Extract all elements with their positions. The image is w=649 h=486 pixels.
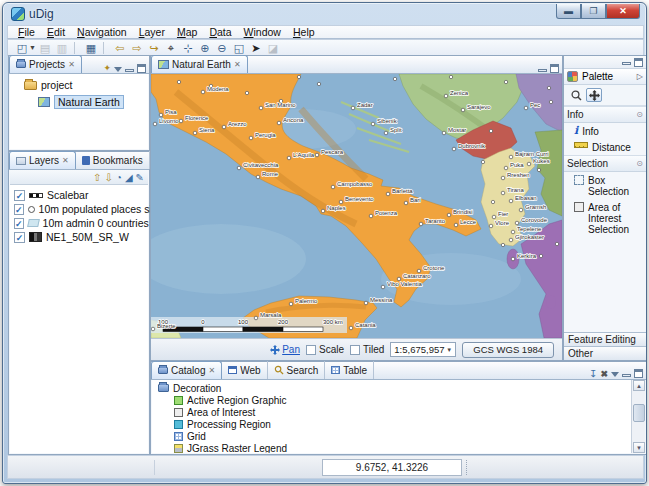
layer-row[interactable]: ✓10m populated places simple [10,202,148,216]
tab-catalog[interactable]: Catalog ✕ [151,361,222,379]
tab-layers[interactable]: Layers ✕ [9,151,76,169]
catalog-root-row[interactable]: Decoration [154,382,629,394]
tab-table[interactable]: Table [325,361,374,379]
zoom-in-button[interactable]: ⊕ [197,41,213,55]
menu-map[interactable]: Map [171,26,203,38]
tiled-checkbox-box[interactable] [350,345,360,355]
palette-section-selection[interactable]: Selection ⊙ [564,155,646,172]
map-canvas[interactable]: 1000100200300 km ModenaSan MarinoPisaLiv… [151,74,562,338]
zoom-tool-button[interactable] [568,88,584,102]
scroll-up-icon[interactable]: ▲ [633,380,645,391]
info-tool[interactable]: i Info [564,123,646,139]
save-button[interactable]: ▤ [37,41,53,55]
menu-edit[interactable]: Edit [41,26,71,38]
tab-natural-earth[interactable]: Natural Earth ✕ [151,55,248,73]
catalog-scrollbar[interactable]: ▲ ▼ [631,380,645,453]
distance-tool[interactable]: Distance [564,139,646,155]
forward-button[interactable]: ⇨ [129,41,145,55]
view-menu-icon[interactable] [114,67,122,72]
layer-visibility-checkbox[interactable]: ✓ [14,218,24,229]
scale-checkbox[interactable]: Scale [306,344,344,355]
maximize-editor-icon[interactable] [550,64,559,73]
palette-drawer-feature-editing[interactable]: Feature Editing [564,332,646,346]
menu-help[interactable]: Help [287,26,321,38]
zoom-tool-button[interactable]: ⌖ [163,41,179,55]
minimize-view-icon[interactable] [125,69,134,72]
minimize-editor-icon[interactable] [538,69,547,72]
zoom-selection-button[interactable]: ◱ [231,41,247,55]
menu-window[interactable]: Window [238,26,287,38]
maximize-button[interactable]: ❐ [581,4,606,19]
map-node[interactable]: Natural Earth [34,95,120,109]
palette-section-info[interactable]: Info ⊙ [564,106,646,123]
close-tab-icon[interactable]: ✕ [234,60,241,69]
remove-icon[interactable]: ✖ [600,369,608,379]
crs-button[interactable]: GCS WGS 1984 [462,342,554,358]
redo-navigation-button[interactable]: ↪ [146,41,162,55]
menu-data[interactable]: Data [203,26,237,38]
new-button[interactable]: ◰ [14,41,30,55]
maximize-view-icon[interactable] [137,64,146,73]
back-button[interactable]: ⇦ [112,41,128,55]
save-all-button[interactable]: ▥ [54,41,70,55]
menu-navigation[interactable]: Navigation [71,26,133,38]
minimize-view-icon[interactable] [622,62,631,65]
move-layer-up-button[interactable]: ⇧ [93,172,101,183]
palette-drawer-other[interactable]: Other [564,346,646,360]
edit-style-button[interactable]: ✎ [136,172,144,183]
maximize-view-icon[interactable] [634,58,643,67]
tab-bookmarks[interactable]: Bookmarks [76,151,150,169]
catalog-item-row[interactable]: Grid [154,430,629,442]
expand-right-icon[interactable]: ▷ [637,72,643,81]
layer-visibility-checkbox[interactable]: ✓ [14,190,25,201]
layer-visibility-checkbox[interactable]: ✓ [14,204,24,215]
close-button[interactable]: ✕ [606,4,640,19]
new-button-dropdown-icon[interactable]: ▼ [29,44,36,51]
tiled-checkbox[interactable]: Tiled [350,344,384,355]
title-bar[interactable]: uDig ▬ ❐ ✕ [3,3,646,25]
link-editor-icon[interactable]: ✦ [103,63,111,73]
box-selection-tool[interactable]: Box Selection [564,172,646,199]
pan-mode-button[interactable]: ➤ [248,41,264,55]
scale-combo[interactable]: 1:5,675,957 ▼ [390,342,456,357]
aoi-selection-tool[interactable]: Area of Interest Selection [564,199,646,237]
scale-checkbox-box[interactable] [306,345,316,355]
menu-file[interactable]: File [12,26,41,38]
minimize-button[interactable]: ▬ [556,4,581,19]
collapse-icon[interactable]: ⊙ [636,159,643,168]
open-map-button[interactable]: ▦ [83,41,99,55]
delete-tool-button[interactable]: ◪ [265,41,281,55]
menu-layer[interactable]: Layer [133,26,171,38]
maximize-view-icon[interactable] [634,369,643,378]
style-button[interactable]: ◔ [116,172,122,183]
catalog-item-row[interactable]: Processing Region [154,418,629,430]
view-menu-icon[interactable] [611,372,619,377]
close-tab-icon[interactable]: ✕ [62,156,69,165]
zoom-extent-button[interactable]: ⊹ [180,41,196,55]
close-tab-icon[interactable]: ✕ [208,366,215,375]
zoom-to-layer-button[interactable]: ◢ [125,172,133,183]
tab-projects[interactable]: Projects ✕ [9,55,82,73]
layer-row[interactable]: ✓Scalebar [10,188,148,202]
scroll-down-icon[interactable]: ▼ [633,442,645,453]
tab-web[interactable]: Web [222,361,267,379]
minimize-view-icon[interactable] [622,374,631,377]
scroll-thumb[interactable] [633,404,645,422]
layer-row[interactable]: ✓NE1_50M_SR_W [10,230,148,244]
catalog-item-row[interactable]: Active Region Graphic [154,394,629,406]
tab-search[interactable]: Search [268,361,326,379]
catalog-item-row[interactable]: JGrass Raster Legend [154,442,629,453]
layer-row[interactable]: ✓10m admin 0 countries [10,216,148,230]
import-icon[interactable]: ↧ [589,368,597,379]
tab-projects-label: Projects [29,59,65,70]
zoom-out-button[interactable]: ⊖ [214,41,230,55]
move-layer-down-button[interactable]: ⇩ [104,172,112,183]
close-tab-icon[interactable]: ✕ [68,60,75,69]
palette-header[interactable]: Palette ▷ [564,69,646,85]
pan-link[interactable]: Pan [270,344,300,355]
pan-tool-button[interactable] [586,88,602,102]
collapse-icon[interactable]: ⊙ [636,110,643,119]
layer-visibility-checkbox[interactable]: ✓ [14,232,25,243]
catalog-item-row[interactable]: Area of Interest [154,406,629,418]
project-node[interactable]: project [20,78,148,92]
